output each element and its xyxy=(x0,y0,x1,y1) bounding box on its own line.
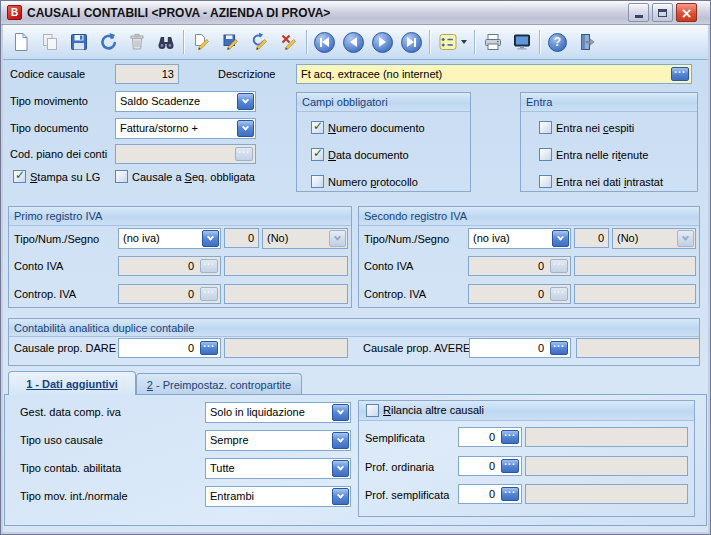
numero-documento-checkbox[interactable] xyxy=(311,121,324,134)
nav-next-button[interactable] xyxy=(368,28,397,56)
maximize-button[interactable] xyxy=(652,3,673,22)
chevron-down-icon[interactable] xyxy=(237,120,254,137)
semplificata-desc-field xyxy=(525,427,688,447)
exit-door-icon xyxy=(577,32,597,52)
close-button[interactable]: × xyxy=(676,3,697,22)
edit-new-button[interactable] xyxy=(187,28,216,56)
monitor-icon xyxy=(512,32,532,52)
avere-value[interactable]: 0 xyxy=(470,339,548,357)
edit-new-icon xyxy=(192,32,212,52)
primo-controp-label: Controp. IVA xyxy=(14,288,76,300)
delete-record-button xyxy=(122,28,151,56)
edit-delete-button[interactable] xyxy=(274,28,303,56)
descrizione-field[interactable]: Ft acq. extracee (no internet) xyxy=(296,64,692,84)
tipo-contab-select[interactable]: Tutte xyxy=(205,458,351,479)
numero-protocollo-label: Numero protocollo xyxy=(328,176,418,188)
numero-protocollo-checkbox[interactable] xyxy=(311,175,324,188)
tipo-movimento-select[interactable]: Saldo Scadenze xyxy=(115,91,256,112)
nav-next-icon xyxy=(372,32,393,53)
primo-segno-select: (No) xyxy=(262,228,348,249)
prof-ordinaria-value[interactable]: 0 xyxy=(459,457,499,475)
undo-changes-icon xyxy=(98,32,118,52)
entra-intrastat-checkbox[interactable] xyxy=(539,175,552,188)
prof-semplificata-lookup-button[interactable] xyxy=(501,487,519,501)
toolbar-separator xyxy=(539,30,540,54)
edit-save-button[interactable] xyxy=(216,28,245,56)
dare-desc-field xyxy=(224,338,348,358)
descrizione-label: Descrizione xyxy=(218,68,275,80)
entra-intrastat-label: Entra nei dati intrastat xyxy=(556,176,663,188)
nav-first-button[interactable] xyxy=(310,28,339,56)
nav-last-button[interactable] xyxy=(397,28,426,56)
prof-semplificata-field[interactable]: 0 xyxy=(458,484,522,504)
data-documento-checkbox[interactable] xyxy=(311,148,324,161)
data-documento-row: Data documento xyxy=(311,148,409,161)
minimize-icon xyxy=(635,15,643,18)
undo-changes-button[interactable] xyxy=(93,28,122,56)
chevron-down-icon xyxy=(677,230,694,247)
entra-cespiti-checkbox[interactable] xyxy=(539,121,552,134)
primo-tipo-select[interactable]: (no iva) xyxy=(118,228,221,249)
tipo-documento-select[interactable]: Fattura/storno + xyxy=(115,118,256,139)
numero-documento-label: Numero documento xyxy=(328,122,425,134)
tab-preimpostaz-contropartite[interactable]: 2 - Preimpostaz. contropartite xyxy=(136,373,302,395)
print-preview-button[interactable] xyxy=(507,28,536,56)
new-record-button[interactable] xyxy=(6,28,35,56)
semplificata-lookup-button[interactable] xyxy=(501,430,519,444)
printer-icon xyxy=(483,32,503,52)
causale-seq-checkbox[interactable] xyxy=(115,170,128,183)
tab-dati-aggiuntivi[interactable]: 1 - Dati aggiuntivi xyxy=(8,371,136,395)
chevron-down-icon[interactable] xyxy=(332,460,349,477)
chevron-down-icon[interactable] xyxy=(552,230,569,247)
edit-undo-button[interactable] xyxy=(245,28,274,56)
chevron-down-icon[interactable] xyxy=(202,230,219,247)
tipo-uso-select[interactable]: Sempre xyxy=(205,430,351,451)
avere-lookup-button[interactable] xyxy=(550,341,568,355)
dare-lookup-button[interactable] xyxy=(200,341,218,355)
stampa-su-lg-checkbox[interactable] xyxy=(13,170,26,183)
gest-data-select[interactable]: Solo in liquidazione xyxy=(205,402,351,423)
app-icon: B xyxy=(7,5,22,20)
minimize-button[interactable] xyxy=(628,3,649,22)
chevron-down-icon[interactable] xyxy=(332,432,349,449)
nav-previous-button[interactable] xyxy=(339,28,368,56)
toolbar-separator xyxy=(429,30,430,54)
search-records-button[interactable] xyxy=(151,28,180,56)
tipo-mov-select[interactable]: Entrambi xyxy=(205,486,351,507)
prof-ordinaria-field[interactable]: 0 xyxy=(458,456,522,476)
help-button[interactable] xyxy=(543,28,572,56)
descrizione-value[interactable]: Ft acq. extracee (no internet) xyxy=(297,65,669,83)
exit-button[interactable] xyxy=(572,28,601,56)
chevron-down-icon[interactable] xyxy=(332,488,349,505)
chevron-down-icon xyxy=(461,40,467,44)
chevron-down-icon[interactable] xyxy=(237,93,254,110)
duplicate-record-icon xyxy=(40,32,60,52)
rilancia-checkbox[interactable] xyxy=(366,404,379,417)
semplificata-value[interactable]: 0 xyxy=(459,428,499,446)
entra-ritenute-checkbox[interactable] xyxy=(539,148,552,161)
tipo-contab-label: Tipo contab. abilitata xyxy=(20,462,121,474)
avere-field[interactable]: 0 xyxy=(469,338,571,358)
cod-piano-field xyxy=(115,144,256,164)
records-list-button[interactable] xyxy=(433,28,471,56)
prof-semplificata-value[interactable]: 0 xyxy=(459,485,499,503)
prof-ordinaria-lookup-button[interactable] xyxy=(501,459,519,473)
print-button[interactable] xyxy=(478,28,507,56)
secondo-tipo-select[interactable]: (no iva) xyxy=(468,228,571,249)
prof-semplificata-desc-field xyxy=(525,484,688,504)
semplificata-label: Semplificata xyxy=(365,432,425,444)
tipo-uso-label: Tipo uso causale xyxy=(20,434,103,446)
secondo-conto-lookup-button xyxy=(550,259,568,273)
chevron-down-icon[interactable] xyxy=(332,404,349,421)
save-record-button[interactable] xyxy=(64,28,93,56)
secondo-controp-field: 0 xyxy=(468,284,571,304)
secondo-registro-title: Secondo registro IVA xyxy=(359,207,699,226)
dare-label: Causale prop. DARE xyxy=(14,342,116,354)
descrizione-lookup-button[interactable] xyxy=(671,67,689,81)
dare-field[interactable]: 0 xyxy=(118,338,221,358)
window-title: CAUSALI CONTABILI <PROVA - AZIENDA DI PR… xyxy=(27,6,330,20)
primo-registro-title: Primo registro IVA xyxy=(9,207,351,226)
dare-value[interactable]: 0 xyxy=(119,339,198,357)
semplificata-field[interactable]: 0 xyxy=(458,427,522,447)
secondo-controp-label: Controp. IVA xyxy=(364,288,426,300)
